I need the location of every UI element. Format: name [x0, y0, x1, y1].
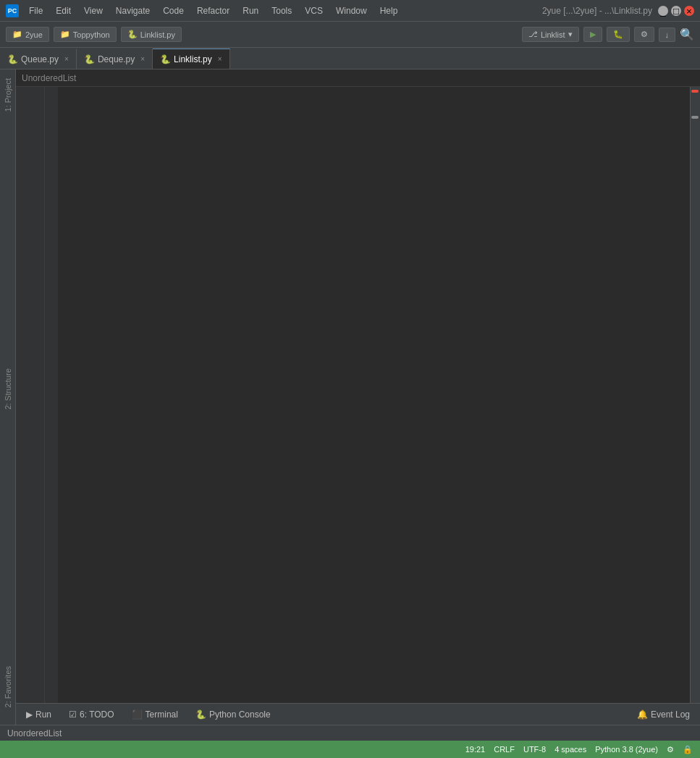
tab-label: Queue.py	[21, 54, 59, 64]
side-panel-labels: 1: Project 2: Structure 2: Favorites	[0, 70, 16, 725]
tab-close-icon[interactable]: ×	[140, 55, 145, 63]
event-log-icon: 🔔	[637, 709, 648, 720]
menu-item-window[interactable]: Window	[330, 4, 373, 17]
tab-close-icon[interactable]: ×	[218, 55, 222, 63]
folder-icon2: 📁	[60, 30, 70, 39]
scroll-marker-top	[691, 90, 699, 93]
branch-btn[interactable]: ⎇ Linklist ▾	[522, 27, 579, 42]
app-icon: PC	[6, 4, 19, 17]
status-crlf: CRLF	[494, 745, 515, 754]
vcs-btn[interactable]: ↓	[659, 28, 676, 42]
menu-item-edit[interactable]: Edit	[50, 4, 77, 17]
status-indent: 4 spaces	[554, 745, 586, 754]
run-btn[interactable]: ▶	[583, 27, 602, 42]
tab-close-icon[interactable]: ×	[64, 55, 69, 63]
menu-item-vcs[interactable]: VCS	[299, 4, 329, 17]
minimize-button[interactable]: _	[658, 6, 668, 16]
side-structure-label[interactable]: 2: Structure	[2, 366, 14, 413]
close-button[interactable]: ×	[684, 6, 694, 16]
git-icon: ⎇	[528, 30, 538, 39]
build-btn[interactable]: ⚙	[634, 27, 654, 42]
python-icon: 🐍	[195, 709, 206, 720]
fold-indicators[interactable]	[45, 87, 58, 703]
toolbar: 📁 2yue 📁 Toppython 🐍 Linklist.py ⎇ Linkl…	[0, 22, 700, 48]
menu-item-tools[interactable]: Tools	[266, 4, 298, 17]
tab-Linklistpy[interactable]: 🐍Linklist.py×	[153, 49, 230, 69]
file-toolbar-btn[interactable]: 🐍 Linklist.py	[121, 27, 182, 42]
status-settings-icon[interactable]: ⚙	[667, 745, 674, 754]
tab-Queuepy[interactable]: 🐍Queue.py×	[0, 49, 77, 69]
menu-item-help[interactable]: Help	[374, 4, 404, 17]
maximize-button[interactable]: □	[671, 6, 681, 16]
editor-tabs: 🐍Queue.py×🐍Deque.py×🐍Linklist.py×	[0, 48, 700, 70]
side-favorites-label[interactable]: 2: Favorites	[2, 663, 14, 710]
python-console-tab[interactable]: 🐍 Python Console	[191, 708, 275, 721]
terminal-tab[interactable]: ⬛ Terminal	[127, 708, 182, 721]
code-editor[interactable]	[16, 87, 700, 703]
status-lock-icon[interactable]: 🔒	[683, 745, 693, 754]
toppython-toolbar-btn[interactable]: 📁 Toppython	[54, 27, 117, 42]
window-title: 2yue [...\2yue] - ...\Linklist.py	[542, 6, 652, 16]
todo-tab[interactable]: ☑ 6: TODO	[64, 708, 119, 721]
status-line-col: 19:21	[465, 745, 486, 754]
bottom-class-label: UnorderedList	[0, 725, 700, 741]
py-icon: 🐍	[127, 30, 138, 39]
main-area: 1: Project 2: Structure 2: Favorites Uno…	[0, 70, 700, 725]
breadcrumb-class: UnorderedList	[22, 73, 76, 83]
menu-item-file[interactable]: File	[23, 4, 49, 17]
project-toolbar-btn[interactable]: 📁 2yue	[6, 27, 49, 42]
tab-label: Linklist.py	[174, 54, 212, 64]
right-gutter	[690, 87, 700, 703]
code-content[interactable]	[58, 87, 690, 703]
menu-item-refactor[interactable]: Refactor	[191, 4, 235, 17]
title-bar: PC FileEditViewNavigateCodeRefactorRunTo…	[0, 0, 700, 22]
event-log-tab[interactable]: 🔔 Event Log	[633, 708, 694, 721]
status-python: Python 3.8 (2yue)	[595, 745, 658, 754]
tab-label: Deque.py	[98, 54, 135, 64]
tab-icon: 🐍	[84, 54, 95, 64]
terminal-icon: ⬛	[132, 709, 143, 720]
search-icon[interactable]: 🔍	[680, 28, 694, 42]
status-bar: 19:21 CRLF UTF-8 4 spaces Python 3.8 (2y…	[0, 741, 700, 758]
bottom-class-text: UnorderedList	[7, 728, 62, 738]
menu-bar: FileEditViewNavigateCodeRefactorRunTools…	[23, 4, 542, 17]
debug-btn[interactable]: 🐛	[607, 27, 630, 42]
menu-item-navigate[interactable]: Navigate	[110, 4, 156, 17]
menu-item-code[interactable]: Code	[157, 4, 190, 17]
line-numbers	[16, 87, 45, 703]
window-controls: _ □ ×	[658, 6, 694, 16]
folder-icon: 📁	[12, 30, 22, 39]
breadcrumb: UnorderedList	[16, 70, 700, 87]
chevron-down-icon: ▾	[568, 30, 573, 39]
menu-item-run[interactable]: Run	[237, 4, 264, 17]
editor-area: UnorderedList ▶ Run ☑ 6: TO	[16, 70, 700, 725]
scroll-marker-mid	[691, 116, 699, 119]
tab-Dequepy[interactable]: 🐍Deque.py×	[77, 49, 153, 69]
status-encoding: UTF-8	[523, 745, 546, 754]
run-tab-icon: ▶	[26, 709, 33, 720]
run-tab[interactable]: ▶ Run	[22, 708, 56, 721]
menu-item-view[interactable]: View	[78, 4, 109, 17]
bottom-panel: ▶ Run ☑ 6: TODO ⬛ Terminal 🐍 Python Cons…	[16, 703, 700, 725]
side-project-label[interactable]: 1: Project	[2, 75, 14, 114]
todo-icon: ☑	[69, 709, 77, 720]
tab-icon: 🐍	[7, 54, 18, 64]
tab-icon: 🐍	[160, 54, 171, 64]
